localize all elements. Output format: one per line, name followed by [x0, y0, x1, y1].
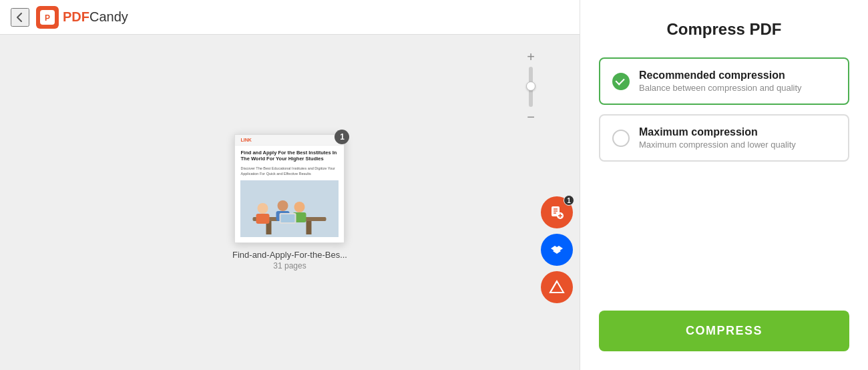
pdf-pages: 31 pages: [273, 261, 306, 270]
back-button[interactable]: [11, 8, 29, 27]
dropbox-button[interactable]: [541, 234, 573, 266]
svg-point-21: [294, 202, 305, 212]
zoom-slider-thumb[interactable]: [526, 81, 535, 91]
recommended-compression-option[interactable]: Recommended compression Balance between …: [599, 57, 849, 105]
logo-text: PDFCandy: [63, 9, 128, 25]
right-panel: Compress PDF Recommended compression Bal…: [580, 0, 868, 370]
panel-title: Compress PDF: [599, 20, 849, 39]
pdf-preview: LINK Find and Apply For the Best Institu…: [232, 134, 347, 271]
logo: P PDFCandy: [36, 6, 128, 29]
zoom-slider-track[interactable]: [529, 67, 533, 107]
maximum-option-title: Maximum compression: [639, 126, 796, 138]
maximum-compression-option[interactable]: Maximum compression Maximum compression …: [599, 114, 849, 162]
zoom-out-button[interactable]: −: [522, 108, 539, 126]
pdf-card-header: LINK: [235, 135, 344, 146]
svg-rect-13: [240, 180, 339, 237]
svg-marker-10: [550, 281, 564, 293]
svg-point-19: [278, 200, 288, 211]
pdf-filename: Find-and-Apply-For-the-Bes...: [232, 250, 347, 260]
maximum-option-text: Maximum compression Maximum compression …: [639, 126, 796, 150]
recommended-option-text: Recommended compression Balance between …: [639, 69, 802, 93]
pdf-card-image: [240, 180, 339, 237]
compress-button[interactable]: COMPRESS: [599, 311, 849, 351]
pdf-card-title: Find and Apply For the Best Institutes I…: [240, 150, 339, 163]
add-file-button[interactable]: 1: [541, 196, 573, 228]
canvas-area: + − 1: [0, 35, 580, 370]
page-number-badge: 1: [335, 130, 349, 144]
pdf-card-subtitle: Discover The Best Educational Institutes…: [240, 166, 339, 176]
pdf-card-body: Find and Apply For the Best Institutes I…: [235, 146, 344, 243]
recommended-radio[interactable]: [612, 73, 630, 90]
svg-point-17: [258, 203, 268, 214]
svg-line-11: [550, 281, 557, 293]
zoom-in-button[interactable]: +: [522, 48, 539, 65]
file-count-badge: 1: [564, 195, 574, 206]
logo-icon: P: [36, 6, 59, 29]
gdrive-button[interactable]: [541, 271, 573, 303]
maximum-option-desc: Maximum compression and lower quality: [639, 140, 796, 150]
svg-rect-18: [256, 214, 270, 224]
svg-rect-16: [306, 221, 312, 234]
svg-rect-24: [281, 214, 295, 222]
recommended-option-desc: Balance between compression and quality: [639, 83, 802, 93]
recommended-option-title: Recommended compression: [639, 69, 802, 81]
top-bar: P PDFCandy: [0, 0, 580, 35]
maximum-radio[interactable]: [612, 130, 630, 147]
zoom-controls: + −: [522, 48, 539, 126]
action-buttons: 1: [541, 196, 573, 303]
svg-text:P: P: [45, 13, 50, 23]
pdf-card: LINK Find and Apply For the Best Institu…: [234, 134, 345, 244]
left-panel: P PDFCandy + −: [0, 0, 580, 370]
